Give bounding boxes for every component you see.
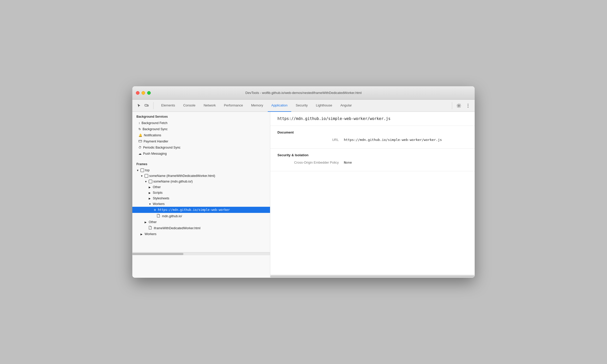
tree-item-mdn-file[interactable]: mdn.github.io/	[132, 213, 270, 219]
svg-rect-0	[145, 104, 147, 106]
svg-rect-6	[139, 140, 142, 142]
frame-icon-somename1	[145, 174, 148, 178]
detail-horizontal-scrollbar[interactable]	[270, 275, 475, 278]
detail-row-coep: Cross-Origin Embedder Policy None	[277, 161, 468, 164]
chevron-top: ▼	[136, 169, 139, 172]
chevron-workers2: ▶	[141, 233, 144, 236]
device-toolbar-icon[interactable]	[143, 102, 150, 109]
row-label-coep: Cross-Origin Embedder Policy	[277, 161, 344, 164]
svg-point-5	[468, 107, 469, 107]
bg-sync-icon: ↻	[138, 127, 141, 131]
svg-point-3	[468, 104, 469, 104]
toolbar-right	[451, 102, 472, 109]
svg-rect-1	[147, 105, 148, 106]
tree-item-worker-url[interactable]: ⚙ https://mdn.github.io/simple-web-worke…	[132, 207, 270, 213]
tree-item-top[interactable]: ▼ top	[132, 167, 270, 173]
payment-icon	[138, 140, 142, 143]
sidebar-horizontal-scrollbar[interactable]	[132, 252, 270, 255]
tab-lighthouse[interactable]: Lighthouse	[312, 100, 336, 112]
settings-button[interactable]	[455, 102, 462, 109]
sidebar-item-periodic-bg-sync[interactable]: ⏱ Periodic Background Sync	[132, 144, 270, 151]
traffic-lights	[136, 91, 151, 95]
tree-item-stylesheets[interactable]: ▶ Stylesheets	[132, 196, 270, 201]
tab-security[interactable]: Security	[292, 100, 311, 112]
toolbar: Elements Console Network Performance Mem…	[132, 100, 475, 112]
svg-point-4	[468, 105, 469, 106]
tab-elements[interactable]: Elements	[158, 100, 179, 112]
detail-panel: https://mdn.github.io/simple-web-worker/…	[270, 112, 475, 278]
tab-angular[interactable]: Angular	[337, 100, 355, 112]
notifications-icon: 🔔	[138, 134, 142, 137]
tree-item-other1[interactable]: ▶ Other	[132, 184, 270, 190]
sidebar-item-payment-handler[interactable]: Payment Handler	[132, 138, 270, 144]
tree-item-workers2[interactable]: ▶ Workers	[132, 231, 270, 237]
file-icon-mdn	[157, 214, 160, 218]
chevron-somename1: ▼	[141, 175, 144, 177]
frames-title: Frames	[132, 159, 270, 167]
tab-memory[interactable]: Memory	[248, 100, 267, 112]
worker-gear-icon: ⚙	[153, 208, 157, 212]
frame-icon-top	[141, 168, 144, 172]
section-title-security: Security & Isolation	[277, 153, 468, 157]
detail-row-url: URL https://mdn.github.io/simple-web-wor…	[277, 138, 468, 142]
detail-section-document: Document URL https://mdn.github.io/simpl…	[270, 126, 475, 149]
row-label-url: URL	[277, 138, 344, 142]
frame-icon-somename2	[149, 180, 152, 183]
devtools-window: DevTools - wolfib.github.io/web-demos/ne…	[132, 86, 475, 278]
window-title: DevTools - wolfib.github.io/web-demos/ne…	[246, 91, 362, 95]
periodic-sync-icon: ⏱	[138, 146, 142, 149]
tree-item-scripts[interactable]: ▶ Scripts	[132, 190, 270, 196]
sidebar: Background Services ↕ Background Fetch ↻…	[132, 112, 270, 278]
close-button[interactable]	[136, 91, 139, 95]
cursor-icon[interactable]	[135, 102, 143, 109]
tab-performance[interactable]: Performance	[220, 100, 247, 112]
toolbar-icons	[135, 102, 154, 109]
detail-scrollbar-thumb	[270, 275, 475, 277]
file-icon-iframe	[149, 226, 152, 230]
chevron-somename2: ▼	[145, 180, 148, 183]
chevron-workers1: ▼	[149, 203, 152, 205]
tree-item-workers1[interactable]: ▼ Workers	[132, 201, 270, 207]
row-value-coep: None	[344, 161, 352, 164]
section-title-document: Document	[277, 130, 468, 134]
tree-item-iframe-file[interactable]: iframeWithDedicatedWorker.html	[132, 225, 270, 231]
chevron-stylesheets: ▶	[149, 197, 152, 200]
chevron-other1: ▶	[149, 186, 152, 189]
sidebar-item-bg-fetch[interactable]: ↕ Background Fetch	[132, 120, 270, 126]
sidebar-item-notifications[interactable]: 🔔 Notifications	[132, 132, 270, 138]
tree-item-other2[interactable]: ▶ Other	[132, 219, 270, 225]
bg-services-title: Background Services	[132, 112, 270, 120]
toolbar-divider	[452, 102, 452, 109]
tab-application[interactable]: Application	[268, 100, 291, 112]
maximize-button[interactable]	[147, 91, 151, 95]
titlebar: DevTools - wolfib.github.io/web-demos/ne…	[132, 86, 475, 100]
main-content: Background Services ↕ Background Fetch ↻…	[132, 112, 475, 278]
tree-item-somename2[interactable]: ▼ someName (mdn.github.io/)	[132, 179, 270, 184]
tab-console[interactable]: Console	[180, 100, 199, 112]
row-value-url: https://mdn.github.io/simple-web-worker/…	[344, 138, 442, 142]
sidebar-item-bg-sync[interactable]: ↻ Background Sync	[132, 126, 270, 132]
sidebar-item-push-messaging[interactable]: ☁ Push Messaging	[132, 151, 270, 157]
minimize-button[interactable]	[142, 91, 145, 95]
tree-item-somename1[interactable]: ▼ someName (iframeWithDedicatedWorker.ht…	[132, 173, 270, 179]
bg-fetch-icon: ↕	[138, 121, 140, 125]
push-icon: ☁	[138, 152, 142, 155]
chevron-other2: ▶	[145, 221, 148, 224]
chevron-scripts: ▶	[149, 191, 152, 194]
more-options-button[interactable]	[464, 102, 472, 109]
detail-url: https://mdn.github.io/simple-web-worker/…	[270, 112, 475, 126]
sidebar-scrollbar-thumb	[132, 253, 183, 255]
detail-section-security: Security & Isolation Cross-Origin Embedd…	[270, 149, 475, 171]
tab-network[interactable]: Network	[200, 100, 219, 112]
